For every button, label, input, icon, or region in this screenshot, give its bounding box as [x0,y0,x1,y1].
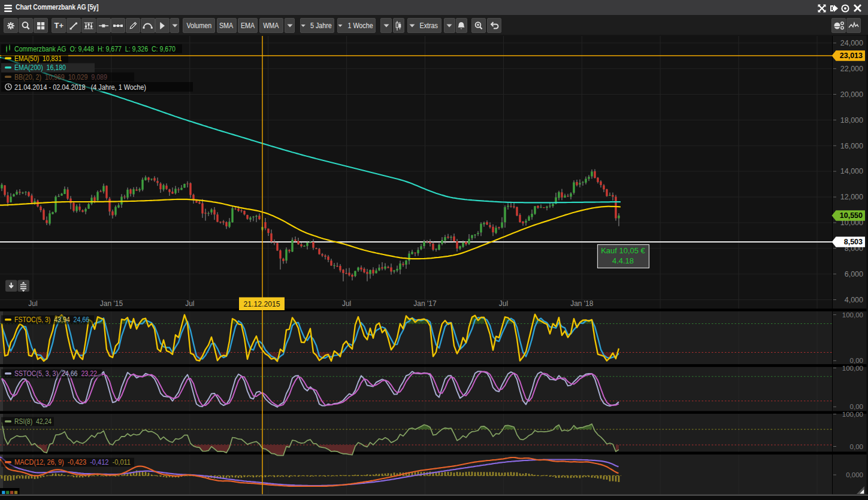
svg-text:Jan '18: Jan '18 [570,299,594,308]
svg-text:Kauf 10,05 €: Kauf 10,05 € [601,246,645,255]
svg-text:0,00: 0,00 [850,403,863,410]
svg-text:EMA(50) 10,831: EMA(50) 10,831 [14,54,62,63]
svg-text:Jan '15: Jan '15 [100,299,123,308]
svg-text:Jul: Jul [499,299,508,308]
svg-text:EMA(200) 16,180: EMA(200) 16,180 [14,63,66,72]
svg-text:0,000: 0,000 [846,471,863,478]
svg-text:6,000: 6,000 [845,270,863,278]
svg-text:0,00: 0,00 [850,443,863,450]
svg-text:23,013: 23,013 [840,51,863,60]
svg-text:10,550: 10,550 [840,211,863,220]
svg-text:100,00: 100,00 [842,311,863,319]
svg-text:BB(20, 2) 10,969 10,029 9,0: BB(20, 2) 10,969 10,029 9,089 [14,73,107,81]
svg-text:21.04.2014 - 02.04.2018 (4 J: 21.04.2014 - 02.04.2018 (4 Jahre, 1 Woch… [14,83,146,92]
svg-text:20,000: 20,000 [840,90,863,99]
svg-text:Jul: Jul [342,299,351,308]
svg-text:24,000: 24,000 [840,39,863,47]
svg-text:RSI(8) 42,24: RSI(8) 42,24 [14,417,52,426]
svg-text:MACD(12, 26, 9) -0,423 -0,41: MACD(12, 26, 9) -0,423 -0,412 -0,011 [14,458,131,466]
svg-text:14,000: 14,000 [840,167,863,175]
svg-text:21.12.2015: 21.12.2015 [244,299,280,308]
svg-text:FSTOC(5, 3) 43,94 24,66: FSTOC(5, 3) 43,94 24,66 [14,316,89,324]
svg-text:Commerzbank AG O: 9,448 H: 9: Commerzbank AG O: 9,448 H: 9,677 L: 9,32… [14,45,176,53]
svg-text:22,000: 22,000 [840,65,863,73]
svg-text:Jul: Jul [185,299,194,308]
svg-text:18,000: 18,000 [840,116,863,125]
svg-text:0,00: 0,00 [850,357,863,364]
svg-text:4,000: 4,000 [845,296,863,304]
svg-text:Jul: Jul [28,299,37,308]
svg-text:100,00: 100,00 [842,411,863,418]
svg-text:12,000: 12,000 [840,193,863,201]
svg-text:16,000: 16,000 [840,142,863,150]
svg-text:4.4.18: 4.4.18 [612,256,634,265]
svg-text:Jan '17: Jan '17 [413,299,437,308]
svg-text:8,503: 8,503 [844,238,863,246]
svg-text:100,00: 100,00 [842,365,863,372]
svg-text:SSTOC(5, 3, 3) 24,66 23,22: SSTOC(5, 3, 3) 24,66 23,22 [14,369,97,378]
